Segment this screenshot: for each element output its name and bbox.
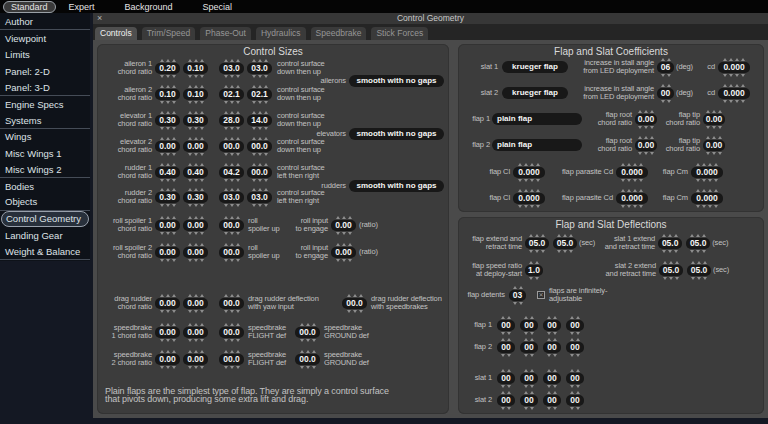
up-arrow-icon[interactable]	[524, 369, 528, 372]
up-arrow-icon[interactable]	[258, 188, 262, 191]
up-arrow-icon[interactable]	[714, 189, 718, 192]
down-arrow-icon[interactable]	[166, 204, 170, 207]
up-arrow-icon[interactable]	[306, 323, 310, 326]
down-arrow-icon[interactable]	[696, 179, 700, 182]
down-arrow-icon[interactable]	[258, 75, 262, 78]
tab-speedbrake[interactable]: Speedbrake	[311, 27, 367, 40]
up-arrow-icon[interactable]	[633, 189, 637, 192]
slat-2-extend-time-field-value[interactable]: 05.0	[659, 265, 683, 276]
roll-spoiler-2-chord-tip-field-increment-arrows[interactable]	[188, 243, 204, 246]
roll-spoiler-1-up-field-value[interactable]: 00.0	[219, 220, 244, 231]
aileron-1-chord-root-field-increment-arrows[interactable]	[160, 59, 176, 62]
down-arrow-icon[interactable]	[501, 354, 505, 357]
up-arrow-icon[interactable]	[172, 137, 176, 140]
drag-rudder-yaw-deflection-field-value[interactable]: 00.0	[219, 298, 244, 309]
up-arrow-icon[interactable]	[194, 163, 198, 166]
up-arrow-icon[interactable]	[696, 163, 700, 166]
down-arrow-icon[interactable]	[160, 259, 164, 262]
up-arrow-icon[interactable]	[359, 294, 363, 297]
up-arrow-icon[interactable]	[553, 338, 557, 341]
down-arrow-icon[interactable]	[252, 127, 256, 130]
flap-detents-field-value[interactable]: 03	[509, 290, 526, 301]
up-arrow-icon[interactable]	[535, 261, 539, 264]
down-arrow-icon[interactable]	[501, 385, 505, 388]
sidebar-item-objects[interactable]: Objects	[0, 194, 90, 210]
flap-1-deflection-1-field-value[interactable]: 00	[497, 320, 515, 331]
flap-2-root-chord-field-value[interactable]: 0.00	[635, 140, 657, 151]
down-arrow-icon[interactable]	[230, 75, 234, 78]
roll-spoiler-1-chord-root-field-value[interactable]: 0.00	[155, 220, 180, 231]
flap-2-deflection-3-field-decrement-arrows[interactable]	[547, 354, 557, 357]
down-arrow-icon[interactable]	[501, 407, 505, 410]
up-arrow-icon[interactable]	[703, 261, 707, 264]
flap-parasite-cd-field-1-decrement-arrows[interactable]	[621, 179, 643, 182]
flap-1-deflection-2-field-increment-arrows[interactable]	[524, 316, 534, 319]
up-arrow-icon[interactable]	[524, 316, 528, 319]
down-arrow-icon[interactable]	[563, 250, 567, 253]
down-arrow-icon[interactable]	[729, 74, 733, 77]
up-arrow-icon[interactable]	[342, 243, 346, 246]
flap-2-deflection-2-field-value[interactable]: 00	[520, 342, 538, 353]
up-arrow-icon[interactable]	[188, 323, 192, 326]
flap-1-tip-chord-field-value[interactable]: 0.00	[703, 114, 725, 125]
up-arrow-icon[interactable]	[236, 137, 240, 140]
slat-2-type-dropdown[interactable]: krueger flap	[502, 87, 568, 99]
rudder-2-chord-root-field-increment-arrows[interactable]	[160, 188, 176, 191]
flap-parasite-cd-field-1-value[interactable]: 0.000	[616, 167, 648, 178]
down-arrow-icon[interactable]	[633, 179, 637, 182]
down-arrow-icon[interactable]	[200, 259, 204, 262]
up-arrow-icon[interactable]	[166, 323, 170, 326]
up-arrow-icon[interactable]	[501, 369, 505, 372]
slat-1-stall-increase-field-decrement-arrows[interactable]	[661, 74, 671, 77]
down-arrow-icon[interactable]	[576, 385, 580, 388]
up-arrow-icon[interactable]	[194, 294, 198, 297]
roll-input-2-field-decrement-arrows[interactable]	[336, 259, 352, 262]
slat-1-deflection-1-field-decrement-arrows[interactable]	[501, 385, 511, 388]
down-arrow-icon[interactable]	[236, 75, 240, 78]
up-arrow-icon[interactable]	[230, 350, 234, 353]
up-arrow-icon[interactable]	[172, 59, 176, 62]
flap-1-deflection-4-field-increment-arrows[interactable]	[570, 316, 580, 319]
sidebar-item-panel-3-d[interactable]: Panel: 3-D	[0, 80, 90, 96]
down-arrow-icon[interactable]	[638, 152, 642, 155]
up-arrow-icon[interactable]	[667, 84, 671, 87]
up-arrow-icon[interactable]	[530, 338, 534, 341]
up-arrow-icon[interactable]	[507, 391, 511, 394]
up-arrow-icon[interactable]	[160, 243, 164, 246]
sidebar-item-weight-balance[interactable]: Weight & Balance	[0, 243, 90, 259]
down-arrow-icon[interactable]	[530, 354, 534, 357]
up-arrow-icon[interactable]	[166, 59, 170, 62]
down-arrow-icon[interactable]	[224, 310, 228, 313]
down-arrow-icon[interactable]	[674, 250, 678, 253]
aileron-2-deflection-up-field-increment-arrows[interactable]	[252, 85, 268, 88]
speedbrake-2-chord-root-field-value[interactable]: 0.00	[155, 354, 180, 365]
up-arrow-icon[interactable]	[236, 323, 240, 326]
flap-1-deflection-1-field-decrement-arrows[interactable]	[501, 332, 511, 335]
roll-input-1-field-decrement-arrows[interactable]	[336, 232, 352, 235]
up-arrow-icon[interactable]	[712, 110, 716, 113]
speedbrake-1-flight-def-field-value[interactable]: 00.0	[219, 327, 244, 338]
up-arrow-icon[interactable]	[530, 391, 534, 394]
up-arrow-icon[interactable]	[160, 294, 164, 297]
down-arrow-icon[interactable]	[166, 75, 170, 78]
up-arrow-icon[interactable]	[258, 85, 262, 88]
down-arrow-icon[interactable]	[663, 277, 667, 280]
down-arrow-icon[interactable]	[264, 75, 268, 78]
up-arrow-icon[interactable]	[576, 369, 580, 372]
aileron-1-deflection-up-field-value[interactable]: 03.0	[247, 63, 272, 74]
up-arrow-icon[interactable]	[194, 323, 198, 326]
rudder-2-chord-root-field-value[interactable]: 0.30	[155, 192, 180, 203]
flap-1-deflection-3-field-decrement-arrows[interactable]	[547, 332, 557, 335]
flap-2-root-chord-field-increment-arrows[interactable]	[638, 136, 654, 139]
down-arrow-icon[interactable]	[236, 179, 240, 182]
flap-parasite-cd-field-1-increment-arrows[interactable]	[621, 163, 643, 166]
elevator-2-deflection-up-field-decrement-arrows[interactable]	[252, 153, 268, 156]
drag-rudder-chord-tip-field-value[interactable]: 0.00	[183, 298, 208, 309]
flap-2-deflection-4-field-value[interactable]: 00	[566, 342, 584, 353]
down-arrow-icon[interactable]	[691, 277, 695, 280]
flap-extend-time-field-increment-arrows[interactable]	[529, 234, 545, 237]
down-arrow-icon[interactable]	[166, 339, 170, 342]
down-arrow-icon[interactable]	[194, 101, 198, 104]
down-arrow-icon[interactable]	[264, 127, 268, 130]
rudder-1-chord-tip-field-decrement-arrows[interactable]	[188, 179, 204, 182]
